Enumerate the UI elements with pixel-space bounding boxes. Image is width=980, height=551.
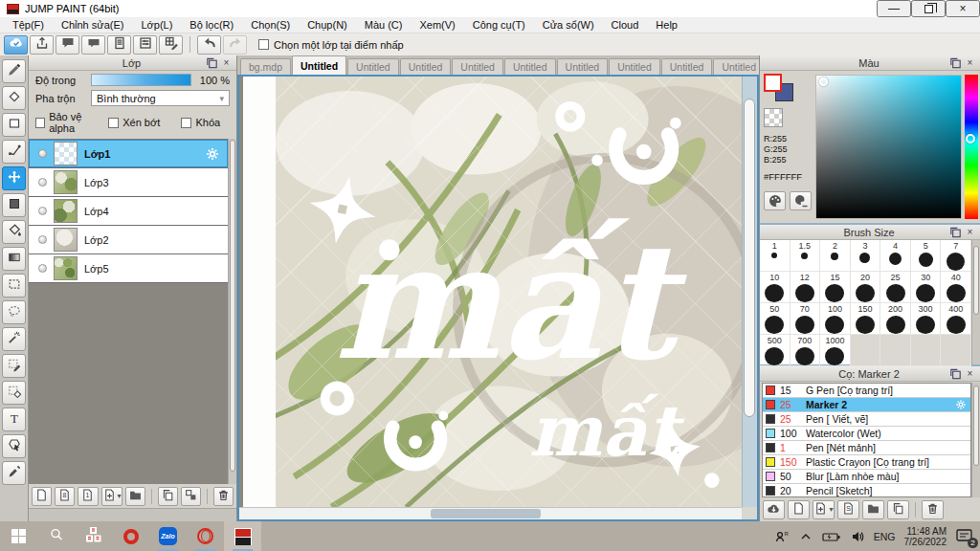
transparent-swatch[interactable] (764, 108, 783, 127)
jump-paint-button[interactable] (224, 521, 261, 551)
search-button[interactable] (37, 521, 75, 551)
close-icon[interactable]: × (219, 56, 234, 69)
start-button[interactable] (0, 521, 37, 551)
brush-size-1[interactable]: 1 (760, 240, 791, 272)
brush-size-scrollbar[interactable] (971, 240, 980, 364)
palette-icon[interactable] (764, 191, 786, 210)
hue-marker[interactable] (966, 134, 975, 143)
brush-size-20[interactable]: 20 (851, 272, 881, 303)
opera-gx-button[interactable] (187, 521, 224, 551)
brush-size-5[interactable]: 5 (911, 240, 942, 272)
sv-marker[interactable] (819, 77, 828, 86)
close-icon[interactable]: × (963, 56, 977, 69)
popout-icon[interactable] (205, 56, 219, 69)
minimize-button[interactable]: — (877, 0, 911, 17)
layer-row-Lớp5[interactable]: Lớp5 (29, 254, 228, 283)
restore-button[interactable] (911, 0, 946, 17)
merge-layer-button[interactable] (181, 487, 201, 506)
brush-size-1000[interactable]: 1000 (820, 335, 851, 366)
document-button[interactable] (107, 35, 131, 55)
cloud-sync-button[interactable] (4, 35, 28, 55)
menu-item-11[interactable]: Help (647, 19, 686, 31)
close-icon[interactable]: × (963, 226, 977, 238)
fill-rect-tool[interactable] (2, 193, 26, 217)
add-layer-button[interactable] (32, 487, 52, 506)
brush-size-300[interactable]: 300 (911, 303, 942, 335)
layer-visibility-toggle[interactable] (38, 207, 47, 215)
undo-button[interactable] (197, 35, 221, 55)
menu-item-3[interactable]: Bộ lọc(R) (181, 19, 242, 31)
document-tab-3[interactable]: Untitled (400, 58, 452, 75)
brush-size-150[interactable]: 150 (851, 303, 881, 335)
brush-size-500[interactable]: 500 (760, 335, 791, 366)
magic-wand-tool[interactable] (2, 327, 26, 351)
select-layer-checkbox[interactable]: Chọn một lớp tại điểm nhấp (258, 39, 404, 51)
popout-icon[interactable] (948, 226, 963, 238)
document-tab-1[interactable]: Untitled (292, 55, 346, 75)
layer-row-Lớp2[interactable]: Lớp2 (29, 226, 228, 254)
document-tab-2[interactable]: Untitled (347, 58, 399, 75)
document-tab-9[interactable]: Untitled (713, 58, 765, 75)
clip-checkbox[interactable]: Xén bớt (108, 117, 177, 128)
brush-size-2[interactable]: 2 (820, 240, 851, 272)
menu-item-2[interactable]: Lớp(L) (132, 19, 181, 31)
brush-row-7[interactable]: 20Pencil [Sketch] (763, 484, 970, 498)
delete-layer-button[interactable] (213, 487, 234, 506)
select-pen-tool[interactable] (2, 354, 26, 378)
brush-row-3[interactable]: 100Watercolor (Wet) (763, 427, 970, 441)
brush-size-1.5[interactable]: 1.5 (791, 240, 821, 272)
layer-settings-button[interactable] (133, 35, 157, 55)
layer-visibility-toggle[interactable] (38, 235, 47, 244)
select-rect-tool[interactable] (2, 274, 26, 298)
brush-size-70[interactable]: 70 (791, 303, 821, 335)
document-tab-0[interactable]: bg.mdp (240, 58, 291, 75)
brush-row-4[interactable]: 1Pen [Nét mảnh] (763, 441, 970, 455)
menu-item-8[interactable]: Công cụ(T) (464, 19, 534, 31)
new-canvas-button[interactable] (159, 35, 183, 55)
document-tab-5[interactable]: Untitled (504, 58, 556, 75)
opacity-slider[interactable] (91, 74, 191, 86)
brush-size-400[interactable]: 400 (941, 303, 971, 335)
brush-row-2[interactable]: 25Pen [ Viết, vẽ] (763, 412, 970, 427)
script-brush-button[interactable]: S (837, 500, 859, 519)
layer-visibility-toggle[interactable] (38, 178, 47, 187)
menu-item-9[interactable]: Cửa sổ(W) (534, 19, 603, 31)
chevron-up-icon[interactable] (798, 529, 813, 544)
clock[interactable]: 11:48 AM 7/26/2022 (904, 526, 947, 547)
duplicate-layer-button[interactable] (158, 487, 178, 506)
menu-item-7[interactable]: Xem(V) (411, 19, 463, 31)
canvas-horizontal-scrollbar[interactable] (239, 507, 742, 519)
menu-item-0[interactable]: Tệp(F) (4, 19, 53, 31)
volume-icon[interactable] (850, 529, 865, 544)
redo-button[interactable] (223, 35, 247, 55)
brush-size-200[interactable]: 200 (880, 303, 911, 335)
comment-button[interactable] (56, 35, 79, 55)
fg-bg-swatches[interactable] (764, 74, 796, 102)
brush-row-0[interactable]: 15G Pen [Cọ trang trí] (763, 384, 970, 398)
bucket-tool[interactable] (2, 220, 26, 244)
document-tab-6[interactable]: Untitled (557, 58, 609, 75)
close-icon[interactable]: × (963, 367, 977, 380)
menu-item-6[interactable]: Màu (C) (356, 19, 412, 31)
brush-size-12[interactable]: 12 (791, 272, 821, 303)
brush-folder-button[interactable] (862, 500, 884, 519)
brush-size-15[interactable]: 15 (820, 272, 851, 303)
delete-brush-button[interactable] (922, 500, 944, 519)
add-folder-button[interactable] (125, 487, 145, 506)
brush-size-700[interactable]: 700 (791, 335, 821, 366)
document-tab-4[interactable]: Untitled (452, 58, 503, 75)
text-tool[interactable]: T (2, 408, 26, 431)
menu-item-4[interactable]: Chọn(S) (242, 19, 299, 31)
add-8bit-layer-button[interactable]: 8 (55, 487, 75, 506)
brush-size-4[interactable]: 4 (880, 240, 911, 272)
gradient-tool[interactable] (2, 247, 26, 271)
saturation-value-picker[interactable] (815, 75, 962, 219)
brush-scrollbar[interactable] (971, 383, 980, 497)
popout-icon[interactable] (948, 56, 963, 69)
people-icon[interactable]: R (774, 529, 790, 544)
brush-row-6[interactable]: 50Blur [Làm nhòe màu] (763, 470, 970, 484)
brush-tool[interactable] (2, 59, 26, 83)
layer-row-Lớp1[interactable]: Lớp1 (29, 140, 228, 168)
layer-row-Lớp4[interactable]: Lớp4 (29, 197, 228, 226)
opera-button[interactable] (112, 521, 149, 551)
